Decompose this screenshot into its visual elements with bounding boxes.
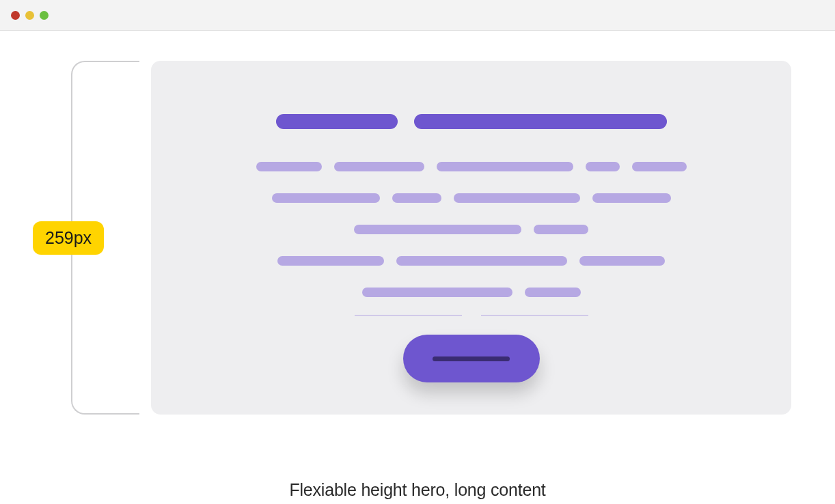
skeleton-text-segment — [586, 162, 620, 171]
skeleton-body-row — [362, 288, 581, 297]
skeleton-text-segment — [354, 225, 521, 234]
diagram-caption: Flexiable height hero, long content — [0, 480, 835, 500]
skeleton-text-segment — [592, 193, 671, 203]
skeleton-heading — [276, 114, 667, 129]
cta-button[interactable] — [403, 335, 540, 382]
skeleton-text-segment — [579, 256, 665, 266]
hero-card — [151, 61, 791, 415]
skeleton-text-segment — [362, 288, 512, 297]
skeleton-body-row — [256, 162, 687, 171]
caption-text: Flexiable height hero, long content — [289, 480, 545, 499]
zoom-icon[interactable] — [40, 11, 49, 20]
skeleton-body-row — [354, 225, 588, 234]
skeleton-text-segment — [534, 225, 588, 234]
skeleton-text-segment — [396, 256, 567, 266]
skeleton-body-row — [272, 193, 671, 203]
skeleton-text-segment — [277, 256, 384, 266]
skeleton-heading-segment — [276, 114, 398, 129]
diagram-canvas: 259px — [0, 31, 835, 61]
measurement-value: 259px — [45, 228, 92, 247]
skeleton-body-row — [277, 256, 665, 266]
skeleton-text-segment — [454, 193, 580, 203]
close-icon[interactable] — [11, 11, 20, 20]
skeleton-text-segment — [525, 288, 581, 297]
measurement-badge: 259px — [33, 221, 104, 255]
skeleton-text-segment — [392, 193, 441, 203]
skeleton-underline — [481, 315, 588, 316]
skeleton-heading-segment — [414, 114, 667, 129]
skeleton-underline-row — [355, 315, 588, 316]
minimize-icon[interactable] — [25, 11, 34, 20]
skeleton-text-segment — [437, 162, 573, 171]
window-title-bar — [0, 0, 835, 31]
skeleton-text-segment — [632, 162, 687, 171]
skeleton-text-segment — [272, 193, 380, 203]
skeleton-underline — [355, 315, 462, 316]
skeleton-body — [256, 162, 687, 316]
skeleton-text-segment — [256, 162, 322, 171]
cta-label-skeleton — [433, 356, 510, 361]
skeleton-text-segment — [334, 162, 424, 171]
